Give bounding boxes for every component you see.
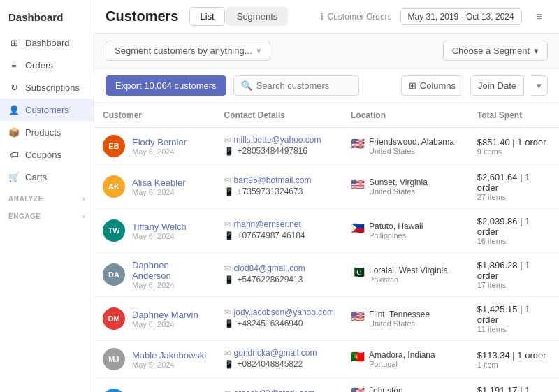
sidebar-item-label: Products <box>25 127 61 138</box>
customers-icon: 👤 <box>8 104 20 115</box>
sidebar-item-customers[interactable]: 👤 Customers <box>0 99 94 121</box>
phone-icon: 📱 <box>224 360 234 369</box>
engage-label: ENGAGE <box>8 212 41 220</box>
location-cell-2: 🇵🇭 Patuto, Hawaii Philippines <box>342 209 469 253</box>
col-spent: Total Spent <box>469 103 559 128</box>
customer-phone: +0824048845822 <box>238 359 303 369</box>
country-name: United States <box>369 319 430 328</box>
spent-amount: $2,039.86 | 1 order <box>477 216 551 237</box>
customer-email[interactable]: aracely32@stark.com <box>234 389 315 392</box>
email-icon: ✉ <box>224 389 231 393</box>
header-menu-icon[interactable]: ≡ <box>530 8 548 26</box>
segment-dropdown-label: Segment customers by anything... <box>115 45 252 56</box>
join-date-button[interactable]: Join Date <box>470 75 524 96</box>
country-name: Philippines <box>369 231 423 240</box>
email-icon: ✉ <box>224 349 231 358</box>
table-body: EB Elody Bernier May 6, 2024 ✉ mills.bet… <box>94 128 559 393</box>
col-customer: Customer <box>94 103 216 128</box>
country-flag-icon: 🇵🇰 <box>351 266 365 279</box>
search-input[interactable] <box>256 80 347 91</box>
customer-date: May 6, 2024 <box>132 281 208 289</box>
customer-email[interactable]: mills.bette@yahoo.com <box>234 135 321 145</box>
city-name: Friendswood, Alabama <box>369 137 454 147</box>
customer-phone: +7359731324673 <box>238 187 303 196</box>
spent-items: 16 items <box>477 237 551 245</box>
choose-segment-button[interactable]: Choose a Segment ▾ <box>443 41 548 61</box>
spent-items: 27 items <box>477 193 551 201</box>
sidebar-item-orders[interactable]: ≡ Orders <box>0 54 94 76</box>
customer-email[interactable]: bart95@hotmail.com <box>234 175 312 185</box>
customer-email[interactable]: jody.jacobson@yahoo.com <box>234 307 334 317</box>
avatar: DA <box>103 263 125 286</box>
location-cell-1: 🇺🇸 Sunset, Virginia United States <box>342 165 469 209</box>
customer-name[interactable]: Tiffany Welch <box>132 222 187 232</box>
sidebar-logo: Dashboard <box>0 6 94 31</box>
country-flag-icon: 🇵🇭 <box>351 222 365 235</box>
export-button[interactable]: Export 10,064 customers <box>106 75 226 96</box>
spent-items: 1 item <box>477 361 551 369</box>
contact-cell-6: ✉ aracely32@stark.com 📱 +07038856 44964 <box>216 378 342 393</box>
table-row: DA Daphnee Anderson May 6, 2024 ✉ clod84… <box>94 253 559 297</box>
sidebar-item-label: Subscriptions <box>25 82 80 93</box>
location-cell-6: 🇺🇸 Johnston, Massachusetts United States <box>342 378 469 393</box>
avatar: DM <box>103 307 125 330</box>
contact-cell-5: ✉ gondricka@gmail.com 📱 +0824048845822 <box>216 341 342 378</box>
sidebar-item-dashboard[interactable]: ⊞ Dashboard <box>0 31 94 54</box>
date-range[interactable]: May 31, 2019 - Oct 13, 2024 <box>400 8 522 25</box>
spent-amount: $851.40 | 1 order <box>477 137 551 147</box>
table-row: DM Daphney Marvin May 6, 2024 ✉ jody.jac… <box>94 297 559 341</box>
sidebar-item-products[interactable]: 📦 Products <box>0 121 94 143</box>
customer-date: May 6, 2024 <box>132 232 187 240</box>
tab-list[interactable]: List <box>189 7 224 26</box>
country-flag-icon: 🇺🇸 <box>351 137 365 150</box>
customer-name[interactable]: Daphnee Anderson <box>132 260 208 281</box>
tab-segments[interactable]: Segments <box>226 7 289 26</box>
customer-email[interactable]: clod84@gmail.com <box>234 263 305 273</box>
customer-email[interactable]: gondricka@gmail.com <box>234 348 317 358</box>
avatar: EB <box>103 135 125 157</box>
analyze-arrow-icon: › <box>82 195 85 203</box>
customer-name[interactable]: Alisa Keebler <box>132 177 186 188</box>
table-row: OL Oleta Legros May 5, 2024 ✉ aracely32@… <box>94 378 559 393</box>
sidebar-item-subscriptions[interactable]: ↻ Subscriptions <box>0 76 94 99</box>
customer-name[interactable]: Daphney Marvin <box>132 310 198 320</box>
spent-items: 11 items <box>477 325 551 333</box>
avatar: OL <box>103 389 125 392</box>
spent-cell-0: $851.40 | 1 order 9 items <box>469 128 559 165</box>
table-row: TW Tiffany Welch May 6, 2024 ✉ rhahn@ern… <box>94 209 559 253</box>
sidebar-item-label: Dashboard <box>25 38 70 48</box>
spent-cell-1: $2,601.64 | 1 order 27 items <box>469 165 559 209</box>
country-flag-icon: 🇺🇸 <box>351 177 365 191</box>
col-contact: Contact Details <box>216 103 342 128</box>
customers-table: Customer Contact Details Location Total … <box>94 103 559 392</box>
analyze-section[interactable]: ANALYZE › <box>0 188 94 205</box>
customer-name[interactable]: Mable Jakubowski <box>132 350 206 361</box>
city-name: Sunset, Virginia <box>369 177 428 187</box>
email-icon: ✉ <box>224 176 231 185</box>
choose-segment-label: Choose a Segment <box>452 45 530 56</box>
table-header-row: Customer Contact Details Location Total … <box>94 103 559 128</box>
columns-icon: ⊞ <box>409 80 416 91</box>
choose-segment-arrow-icon: ▾ <box>534 45 539 56</box>
columns-button[interactable]: ⊞ Columns <box>401 75 463 96</box>
location-cell-0: 🇺🇸 Friendswood, Alabama United States <box>342 128 469 165</box>
phone-icon: 📱 <box>224 275 234 284</box>
spent-cell-5: $113.34 | 1 order 1 item <box>469 341 559 378</box>
sidebar-item-coupons[interactable]: 🏷 Coupons <box>0 143 94 166</box>
spent-items: 17 items <box>477 281 551 289</box>
customer-email[interactable]: rhahn@ernser.net <box>234 219 301 229</box>
engage-section[interactable]: ENGAGE › <box>0 205 94 223</box>
country-name: United States <box>369 187 428 196</box>
customer-name[interactable]: Elody Bernier <box>132 137 187 147</box>
email-icon: ✉ <box>224 264 231 273</box>
spent-cell-2: $2,039.86 | 1 order 16 items <box>469 209 559 253</box>
contact-cell-2: ✉ rhahn@ernser.net 📱 +07674987 46184 <box>216 209 342 253</box>
join-date-dropdown-icon[interactable]: ▾ <box>531 75 548 96</box>
segment-dropdown[interactable]: Segment customers by anything... ▾ <box>106 41 270 61</box>
avatar: MJ <box>103 348 125 370</box>
country-name: United States <box>369 147 454 155</box>
spent-cell-3: $1,896.28 | 1 order 17 items <box>469 253 559 297</box>
filter-toolbar: Segment customers by anything... ▾ Choos… <box>94 34 559 68</box>
location-cell-4: 🇺🇸 Flint, Tennessee United States <box>342 297 469 341</box>
sidebar-item-carts[interactable]: 🛒 Carts <box>0 166 94 188</box>
